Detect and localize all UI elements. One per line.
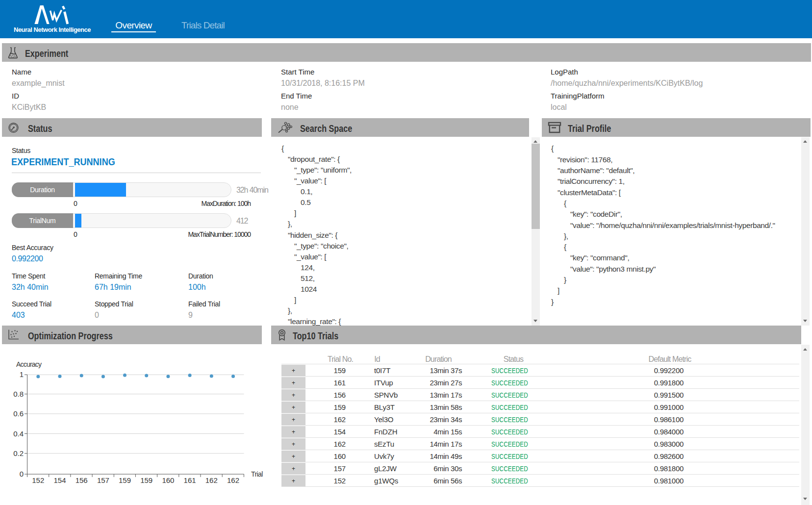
svg-text:161: 161 <box>184 476 196 484</box>
svg-text:154: 154 <box>53 476 66 484</box>
svg-text:159: 159 <box>140 476 152 484</box>
svg-text:159: 159 <box>119 476 131 484</box>
svg-text:156: 156 <box>76 476 88 484</box>
svg-text:0.8: 0.8 <box>13 390 24 398</box>
svg-text:1: 1 <box>20 370 24 379</box>
svg-text:157: 157 <box>97 476 109 484</box>
svg-text:0: 0 <box>20 470 24 478</box>
svg-text:0.4: 0.4 <box>13 429 24 438</box>
svg-text:162: 162 <box>227 476 239 484</box>
svg-text:0.6: 0.6 <box>13 409 24 418</box>
svg-text:162: 162 <box>205 476 218 484</box>
svg-text:160: 160 <box>162 476 174 484</box>
svg-text:0.2: 0.2 <box>13 449 24 457</box>
svg-text:152: 152 <box>32 476 44 484</box>
svg-text:Accuracy: Accuracy <box>16 360 42 368</box>
svg-text:Trial: Trial <box>251 470 263 478</box>
